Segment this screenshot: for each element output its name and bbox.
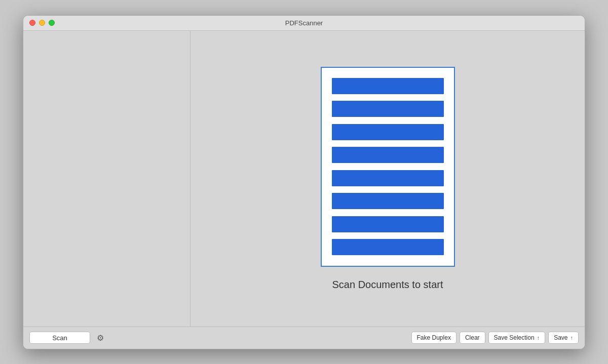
save-selection-button[interactable]: Save Selection ↑ <box>488 332 546 344</box>
main-content: Scan Documents to start <box>23 31 585 327</box>
gear-icon: ⚙ <box>97 333 104 343</box>
doc-stripe-1 <box>332 78 444 94</box>
doc-stripe-7 <box>332 216 444 232</box>
doc-stripe-6 <box>332 193 444 209</box>
doc-stripe-5 <box>332 170 444 186</box>
save-selection-label: Save Selection <box>494 334 535 341</box>
document-preview <box>321 67 455 267</box>
doc-stripe-3 <box>332 124 444 140</box>
save-label: Save <box>554 334 567 341</box>
save-selection-upload-icon: ↑ <box>537 335 540 341</box>
save-upload-icon: ↑ <box>571 335 574 341</box>
window-controls <box>29 20 55 26</box>
window-title: PDFScanner <box>285 19 323 27</box>
scan-button[interactable]: Scan <box>29 332 90 344</box>
sidebar <box>23 31 191 327</box>
scan-prompt: Scan Documents to start <box>332 279 443 291</box>
bottom-right-controls: Fake Duplex Clear Save Selection ↑ Save … <box>411 332 579 344</box>
clear-button[interactable]: Clear <box>460 332 485 344</box>
bottom-bar: Scan ⚙ Fake Duplex Clear Save Selection … <box>23 327 585 349</box>
close-button[interactable] <box>29 20 35 26</box>
save-button[interactable]: Save ↑ <box>548 332 579 344</box>
document-stripes <box>332 78 444 256</box>
doc-stripe-2 <box>332 101 444 117</box>
titlebar: PDFScanner <box>23 16 585 31</box>
app-window: PDFScanner Scan Documents <box>23 15 585 349</box>
clear-label: Clear <box>465 334 480 341</box>
doc-stripe-4 <box>332 147 444 163</box>
content-area: Scan Documents to start <box>191 31 585 327</box>
gear-button[interactable]: ⚙ <box>94 332 106 344</box>
fake-duplex-label: Fake Duplex <box>417 334 451 341</box>
fake-duplex-button[interactable]: Fake Duplex <box>411 332 457 344</box>
bottom-left-controls: Scan ⚙ <box>29 332 197 344</box>
maximize-button[interactable] <box>49 20 55 26</box>
doc-stripe-8 <box>332 239 444 255</box>
minimize-button[interactable] <box>39 20 45 26</box>
